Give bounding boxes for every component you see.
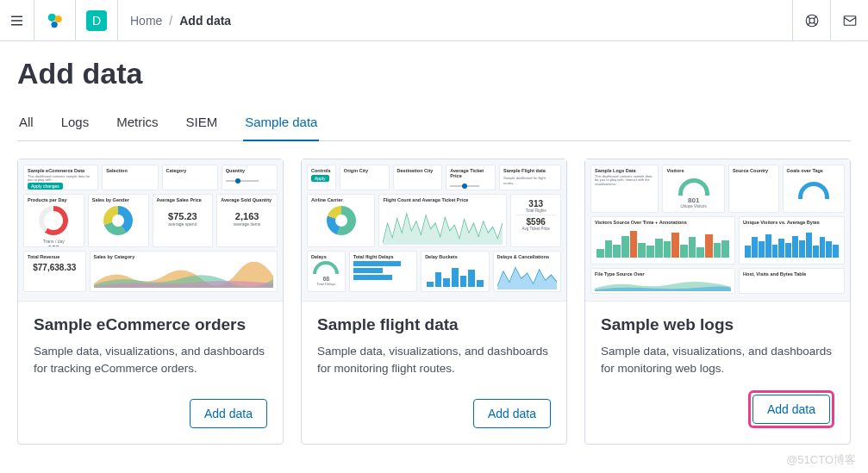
sample-data-cards: Sample eCommerce Data This dashboard con…	[17, 159, 851, 445]
metric-revenue: $77,638.33	[28, 263, 82, 272]
tabs: All Logs Metrics SIEM Sample data	[17, 115, 851, 141]
tab-metrics[interactable]: Metrics	[115, 115, 159, 140]
metric-avg-items: 2,163	[221, 211, 273, 221]
card-flights-preview: ControlsApply Origin City Destination Ci…	[302, 159, 566, 302]
svg-point-2	[51, 21, 57, 27]
space-badge: D	[86, 10, 107, 31]
lifebuoy-icon	[804, 13, 820, 28]
card-ecommerce-desc: Sample data, visualizations, and dashboa…	[34, 343, 267, 385]
app-logo[interactable]	[34, 0, 76, 40]
tab-logs[interactable]: Logs	[59, 115, 91, 140]
space-selector[interactable]: D	[76, 0, 118, 40]
tab-siem[interactable]: SIEM	[184, 115, 220, 140]
breadcrumb-separator: /	[169, 14, 172, 28]
card-flights-title: Sample flight data	[317, 315, 551, 334]
card-weblogs-desc: Sample data, visualizations, and dashboa…	[601, 343, 834, 377]
add-data-button-ecommerce[interactable]: Add data	[190, 399, 267, 428]
preview-title: Sample eCommerce Data	[28, 168, 94, 173]
card-weblogs-title: Sample web logs	[601, 315, 834, 334]
svg-rect-5	[844, 16, 856, 25]
svg-point-4	[809, 18, 815, 23]
card-flights-desc: Sample data, visualizations, and dashboa…	[317, 343, 551, 385]
app-header: D Home / Add data	[0, 0, 868, 41]
hamburger-icon	[10, 14, 23, 28]
card-ecommerce-title: Sample eCommerce orders	[34, 315, 267, 334]
card-weblogs: Sample Logs DataThis dashboard contains …	[584, 159, 851, 445]
svg-point-1	[54, 16, 61, 22]
tab-sample-data[interactable]: Sample data	[243, 115, 319, 141]
add-data-button-flights[interactable]: Add data	[473, 399, 551, 428]
card-flights: ControlsApply Origin City Destination Ci…	[301, 159, 567, 445]
preview-button: Apply changes	[28, 183, 63, 190]
card-weblogs-preview: Sample Logs DataThis dashboard contains …	[585, 159, 850, 302]
tab-all[interactable]: All	[17, 115, 35, 140]
header-actions	[792, 0, 868, 41]
mail-icon	[842, 13, 858, 28]
metric-avg-spend: $75.23	[157, 211, 209, 221]
menu-toggle[interactable]	[0, 0, 34, 40]
breadcrumb-home[interactable]: Home	[130, 14, 162, 28]
page-content: Add data All Logs Metrics SIEM Sample da…	[0, 41, 868, 460]
add-data-button-weblogs[interactable]: Add data	[752, 395, 830, 424]
breadcrumb: Home / Add data	[118, 14, 792, 28]
highlight-annotation: Add data	[748, 390, 834, 428]
svg-point-0	[47, 13, 55, 21]
card-ecommerce: Sample eCommerce Data This dashboard con…	[17, 159, 284, 445]
page-title: Add data	[17, 57, 851, 90]
card-ecommerce-preview: Sample eCommerce Data This dashboard con…	[18, 159, 283, 302]
help-button[interactable]	[792, 0, 830, 41]
elastic-logo-icon	[46, 11, 65, 30]
newsfeed-button[interactable]	[830, 0, 868, 41]
breadcrumb-current: Add data	[179, 14, 231, 28]
